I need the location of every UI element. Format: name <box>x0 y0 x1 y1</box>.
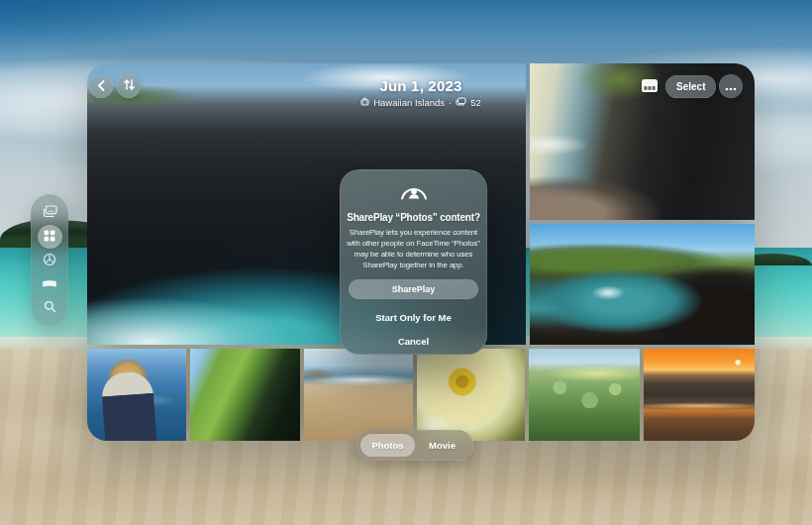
chevron-left-icon <box>97 79 106 94</box>
sidebar-item-albums[interactable] <box>38 225 62 249</box>
search-icon <box>44 300 56 316</box>
photo-row-5[interactable] <box>529 349 640 441</box>
photos-stack-icon <box>43 205 57 221</box>
shareplay-button[interactable]: SharePlay <box>349 279 478 299</box>
header-subtitle: Hawaiian Islands · 52 <box>87 97 755 108</box>
shareplay-icon <box>399 180 429 204</box>
photos-movie-segmented-control: Photos Movie <box>356 430 473 461</box>
photo-count: 52 <box>470 97 481 108</box>
sidebar-tab-bar <box>31 194 68 327</box>
photo-stack-count-icon <box>456 97 466 108</box>
grid-view-icon <box>641 78 659 96</box>
shareplay-dialog: SharePlay “Photos” content? SharePlay le… <box>340 169 487 355</box>
back-button[interactable] <box>89 74 113 98</box>
photo-row-4[interactable] <box>417 349 525 441</box>
photo-mid-right[interactable] <box>530 224 755 345</box>
photo-row-3[interactable] <box>304 349 413 441</box>
tab-movie[interactable]: Movie <box>415 434 469 457</box>
photo-row-1[interactable] <box>87 349 186 441</box>
more-button[interactable] <box>719 74 743 98</box>
dialog-body: SharePlay lets you experience content wi… <box>340 227 487 270</box>
photo-row-6[interactable] <box>644 349 755 441</box>
location-label: Hawaiian Islands <box>373 97 445 108</box>
trip-suitcase-icon <box>360 97 369 108</box>
sidebar-item-search[interactable] <box>38 296 62 320</box>
sort-button[interactable] <box>117 74 141 98</box>
spatial-sphere-icon <box>43 253 56 269</box>
photo-row-2[interactable] <box>190 349 300 441</box>
separator-dot: · <box>449 97 452 108</box>
sidebar-item-spatial[interactable] <box>38 249 62 272</box>
cancel-button[interactable]: Cancel <box>398 336 429 347</box>
start-only-for-me-button[interactable]: Start Only for Me <box>375 312 452 323</box>
sidebar-item-panoramas[interactable] <box>38 272 62 296</box>
dialog-title: SharePlay “Photos” content? <box>347 212 480 223</box>
select-button[interactable]: Select <box>665 75 716 98</box>
grid-view-button[interactable] <box>640 78 660 95</box>
arrows-up-down-icon <box>123 78 136 94</box>
panorama-icon <box>42 277 57 292</box>
sidebar-item-photos[interactable] <box>38 201 62 225</box>
ellipsis-icon <box>725 79 737 94</box>
tab-photos[interactable]: Photos <box>360 434 415 457</box>
albums-grid-icon <box>44 230 55 245</box>
